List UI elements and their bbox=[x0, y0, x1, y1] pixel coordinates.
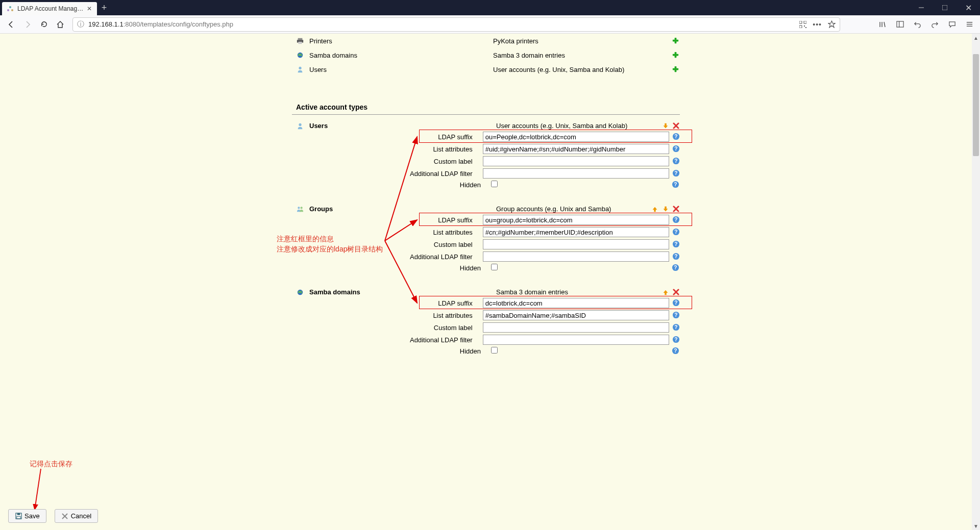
svg-point-0 bbox=[9, 6, 11, 8]
window-controls: ✕ bbox=[910, 0, 980, 15]
tab-close-icon[interactable]: ✕ bbox=[86, 5, 93, 12]
tab-title: LDAP Account Manager Con bbox=[17, 5, 86, 12]
maximize-button[interactable] bbox=[933, 0, 957, 15]
chat-icon[interactable] bbox=[944, 17, 960, 32]
browser-navbar: ⓘ 192.168.1.1:8080/templates/config/conf… bbox=[0, 15, 980, 34]
menu-icon[interactable] bbox=[962, 17, 977, 32]
undo-icon[interactable] bbox=[910, 17, 925, 32]
sidebar-icon[interactable] bbox=[892, 17, 908, 32]
tab-favicon bbox=[6, 5, 14, 13]
svg-point-2 bbox=[11, 9, 13, 11]
forward-button[interactable] bbox=[19, 17, 36, 32]
new-tab-button[interactable]: + bbox=[97, 1, 111, 15]
close-window-button[interactable]: ✕ bbox=[957, 0, 980, 15]
svg-point-1 bbox=[7, 9, 9, 11]
bookmark-icon[interactable] bbox=[828, 20, 836, 28]
tab-strip: LDAP Account Manager Con ✕ + bbox=[0, 0, 111, 15]
site-info-icon[interactable]: ⓘ bbox=[77, 20, 84, 29]
url-text: 192.168.1.1:8080/templates/config/confty… bbox=[88, 20, 233, 28]
home-button[interactable] bbox=[52, 17, 68, 32]
url-bar[interactable]: ⓘ 192.168.1.1:8080/templates/config/conf… bbox=[72, 17, 840, 32]
svg-rect-6 bbox=[804, 21, 806, 23]
toolbar-icons bbox=[875, 17, 977, 32]
page-actions-icon[interactable]: ••• bbox=[813, 20, 822, 29]
svg-rect-4 bbox=[942, 5, 947, 10]
svg-rect-5 bbox=[799, 21, 802, 23]
svg-rect-13 bbox=[896, 21, 903, 27]
svg-rect-9 bbox=[805, 27, 806, 28]
svg-line-12 bbox=[884, 22, 885, 27]
back-button[interactable] bbox=[3, 17, 19, 32]
browser-tab[interactable]: LDAP Account Manager Con ✕ bbox=[2, 2, 97, 15]
window-titlebar: LDAP Account Manager Con ✕ + ✕ bbox=[0, 0, 980, 15]
reload-button[interactable] bbox=[36, 17, 52, 32]
svg-rect-7 bbox=[799, 26, 802, 28]
redo-icon[interactable] bbox=[927, 17, 942, 32]
qr-icon[interactable] bbox=[799, 21, 806, 28]
minimize-button[interactable] bbox=[910, 0, 933, 15]
svg-rect-8 bbox=[804, 26, 805, 27]
library-icon[interactable] bbox=[875, 17, 890, 32]
